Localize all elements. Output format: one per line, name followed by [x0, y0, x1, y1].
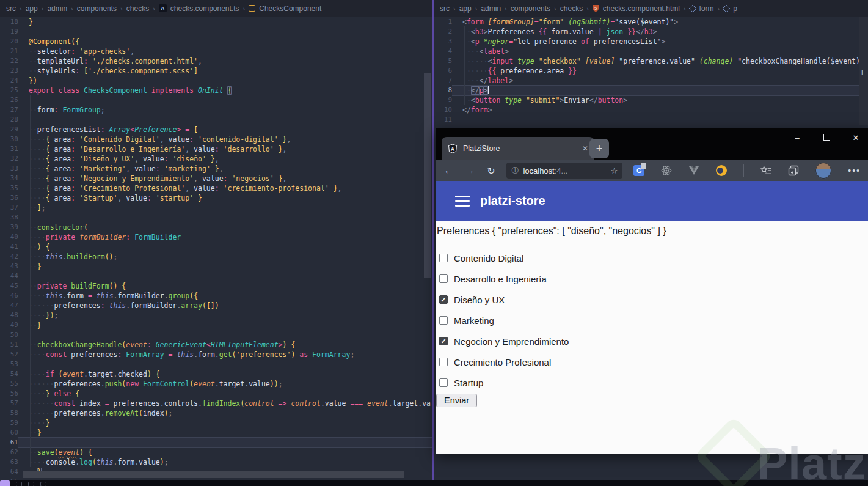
code-line[interactable]: 56····} else {: [0, 389, 432, 399]
code-line[interactable]: 26: [0, 95, 432, 105]
code-line[interactable]: 31····{ area: 'Desarrollo e Ingeniería',…: [0, 144, 432, 154]
settings-menu-icon[interactable]: •••: [848, 166, 861, 175]
preference-option[interactable]: ✓Diseño y UX: [439, 289, 569, 310]
code-line[interactable]: 53: [0, 359, 432, 369]
code-line[interactable]: 29··preferencesList: Array<Preference> =…: [0, 125, 432, 134]
errors-warnings-icon[interactable]: [40, 482, 46, 486]
profile-avatar[interactable]: [815, 163, 831, 179]
vue-devtools-icon[interactable]: [688, 165, 699, 176]
code-line[interactable]: 52····const preferences: FormArray = thi…: [0, 350, 432, 359]
git-branch-icon[interactable]: [16, 482, 22, 486]
breadcrumb-item[interactable]: checks: [560, 4, 583, 13]
code-line[interactable]: 44: [0, 271, 432, 281]
favorites-bar-icon[interactable]: [760, 165, 771, 176]
checkbox[interactable]: [439, 274, 448, 283]
breadcrumb-item[interactable]: admin: [47, 4, 67, 13]
maximize-button[interactable]: [820, 133, 833, 142]
forward-button[interactable]: →: [464, 165, 476, 176]
preference-option[interactable]: Startup: [439, 372, 569, 393]
breadcrumb-item[interactable]: checks.component.ts: [170, 4, 239, 13]
code-line[interactable]: 63····console.log(this.form.value);: [0, 457, 432, 467]
checkbox[interactable]: [439, 378, 448, 387]
code-line[interactable]: 2··<h3>Preferences {{ form.value | json …: [434, 27, 868, 37]
hamburger-menu-icon[interactable]: [455, 196, 470, 207]
breadcrumb-item[interactable]: app: [26, 4, 38, 13]
code-line[interactable]: 6······{{ preference.area }}: [434, 66, 868, 76]
vertical-scrollbar-thumb[interactable]: [424, 73, 431, 278]
browser-tab[interactable]: A PlatziStore ✕: [442, 137, 594, 160]
google-translate-icon[interactable]: G: [633, 165, 644, 176]
code-line[interactable]: 30····{ area: 'Contenido Digital', value…: [0, 134, 432, 144]
editor-split-divider[interactable]: [432, 0, 434, 486]
breadcrumb-item[interactable]: src: [440, 4, 450, 13]
code-line[interactable]: 27··form: FormGroup;: [0, 105, 432, 115]
breadcrumb-item[interactable]: components: [77, 4, 117, 13]
back-button[interactable]: ←: [443, 165, 454, 176]
address-bar[interactable]: ⓘ localhost:4... ☆: [506, 163, 622, 179]
checkbox[interactable]: ✓: [439, 295, 448, 304]
code-line[interactable]: 5······<input type="checkbox" [value]="p…: [434, 56, 868, 66]
reload-button[interactable]: ↻: [486, 165, 497, 177]
breadcrumb-item[interactable]: form: [699, 4, 714, 13]
sync-icon[interactable]: [28, 482, 34, 486]
code-line[interactable]: 33····{ area: 'Marketing', value: 'marke…: [0, 164, 432, 174]
code-line[interactable]: 22··templateUrl: './checks.component.htm…: [0, 56, 432, 66]
code-line[interactable]: 20@Component({: [0, 37, 432, 46]
code-line[interactable]: 18}: [0, 17, 432, 27]
code-line[interactable]: 58······preferences.removeAt(index);: [0, 408, 432, 418]
code-line[interactable]: 39··constructor(: [0, 223, 432, 232]
code-line[interactable]: 61: [0, 438, 432, 447]
checkbox[interactable]: [439, 254, 448, 262]
breadcrumb-item[interactable]: src: [6, 4, 16, 13]
breadcrumb-item[interactable]: app: [459, 4, 472, 13]
augury-icon[interactable]: [716, 165, 727, 176]
code-line[interactable]: 35····{ area: 'Crecimiento Profesional',…: [0, 183, 432, 193]
breadcrumb-item[interactable]: checks.component.html: [603, 4, 680, 13]
breadcrumb-item[interactable]: components: [511, 4, 550, 13]
code-line[interactable]: 28: [0, 115, 432, 125]
code-line[interactable]: 54····if (event.target.checked) {: [0, 369, 432, 379]
code-line[interactable]: 48····});: [0, 311, 432, 320]
code-line[interactable]: 38: [0, 213, 432, 223]
code-editor-html[interactable]: 1<form [formGroup]="form" (ngSubmit)="sa…: [434, 17, 868, 125]
breadcrumb-item[interactable]: ChecksComponent: [259, 4, 321, 13]
minimize-button[interactable]: –: [791, 133, 803, 142]
code-line[interactable]: 42····this.buildForm();: [0, 252, 432, 262]
code-line[interactable]: 46····this.form = this.formBuilder.group…: [0, 291, 432, 301]
code-line[interactable]: 32····{ area: 'Diseño y UX', value: 'dis…: [0, 154, 432, 164]
code-line[interactable]: 50: [0, 330, 432, 340]
code-line[interactable]: 24}): [0, 76, 432, 86]
code-editor-ts[interactable]: 18}1920@Component({21··selector: 'app-ch…: [0, 17, 432, 486]
code-line[interactable]: 1<form [formGroup]="form" (ngSubmit)="sa…: [434, 17, 868, 27]
preference-option[interactable]: ✓Negocion y Emprendimiento: [439, 331, 569, 352]
code-line[interactable]: 51··checkboxChangeHandle(event: GenericE…: [0, 340, 432, 350]
horizontal-scrollbar-thumb[interactable]: [23, 471, 404, 478]
code-line[interactable]: 11: [434, 115, 868, 125]
checkbox[interactable]: [439, 316, 448, 325]
code-line[interactable]: 3··<p *ngFor="let preference of preferen…: [434, 37, 868, 46]
code-line[interactable]: 40····private formBuilder: FormBuilder: [0, 232, 432, 242]
checkbox[interactable]: ✓: [439, 337, 448, 345]
code-line[interactable]: 25export class ChecksComponent implement…: [0, 86, 432, 95]
site-info-icon[interactable]: ⓘ: [511, 166, 519, 176]
breadcrumb-item[interactable]: checks: [126, 4, 149, 13]
code-line[interactable]: 34····{ area: 'Negocion y Emprendimiento…: [0, 174, 432, 183]
code-line[interactable]: 4····<label>: [434, 46, 868, 56]
preference-option[interactable]: Crecimiento Profesional: [439, 352, 569, 372]
code-line[interactable]: 55······preferences.push(new FormControl…: [0, 379, 432, 389]
new-tab-button[interactable]: +: [589, 139, 609, 158]
code-line[interactable]: 62··save(event) {: [0, 447, 432, 457]
breadcrumb-item[interactable]: admin: [481, 4, 501, 13]
preference-option[interactable]: Contenido Digital: [439, 248, 569, 268]
preference-option[interactable]: Marketing: [439, 310, 569, 331]
code-line[interactable]: 57······const index = preferences.contro…: [0, 399, 432, 408]
react-devtools-icon[interactable]: [661, 165, 672, 176]
code-line[interactable]: 10</form>: [434, 105, 868, 115]
code-line[interactable]: 21··selector: 'app-checks',: [0, 46, 432, 56]
code-line[interactable]: 19: [0, 27, 432, 37]
bookmark-star-icon[interactable]: ☆: [611, 166, 618, 175]
checkbox[interactable]: [439, 358, 448, 366]
remote-indicator-icon[interactable]: [0, 480, 10, 486]
code-line[interactable]: 36····{ area: 'Startup', value: 'startup…: [0, 193, 432, 203]
code-line[interactable]: 45··private buildForm() {: [0, 281, 432, 291]
